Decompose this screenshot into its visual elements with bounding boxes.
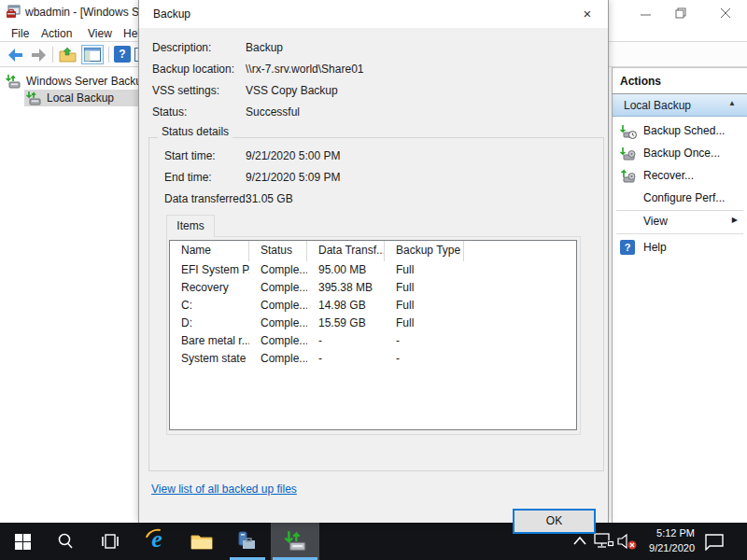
end-time-value: 9/21/2020 5:09 PM [246,171,340,184]
taskbar-server-manager[interactable] [226,523,267,560]
action-configure-performance[interactable]: Configure Perf... [613,188,747,210]
menu-file[interactable]: File [7,27,33,40]
menu-action[interactable]: Action [37,27,76,40]
column-header-backup-type[interactable]: Backup Type [385,241,464,261]
column-header-status[interactable]: Status [249,241,307,261]
cell-data: 15.59 GB [307,315,385,332]
action-label: Help [643,241,667,254]
taskbar: e [0,523,747,560]
action-recover[interactable]: Recover... [613,165,747,188]
action-help[interactable]: ? Help [613,237,747,259]
backup-dialog: Backup × Description: Backup Backup loca… [138,0,609,523]
status-details-title: Status details [158,125,233,138]
backup-once-icon [620,146,637,162]
taskbar-file-explorer[interactable] [181,523,222,560]
vss-settings-value: VSS Copy Backup [246,84,338,97]
console-tree-icon [84,48,101,62]
cell-type: Full [385,279,464,297]
help-icon[interactable]: ? [114,46,131,63]
restore-icon [675,7,686,19]
table-row[interactable]: D: Comple... 15.59 GB Full [170,315,576,332]
network-icon[interactable] [594,533,614,550]
actions-section-label: Local Backup [624,99,691,112]
internet-explorer-icon: e [136,523,177,556]
table-row[interactable]: Bare metal r... Comple... - - [170,332,576,350]
backup-schedule-icon [620,123,637,140]
data-transferred-label: Data transferred: [164,192,248,205]
dialog-title-bar[interactable]: Backup × [139,0,608,28]
cell-data: 14.98 GB [307,297,385,315]
action-view[interactable]: View ▶ [613,213,747,231]
close-icon[interactable]: × [578,5,597,23]
actions-panel: Actions Local Backup ▲ Backup Sched... B… [612,67,747,523]
close-button[interactable] [710,2,741,22]
listview-header: Name Status Data Transf... Backup Type [170,241,576,261]
actions-section-local-backup[interactable]: Local Backup ▲ [613,94,747,117]
cell-name: C: [170,297,249,315]
column-header-name[interactable]: Name [170,241,249,261]
cell-status: Comple... [249,261,307,279]
cell-data: - [307,350,385,368]
cell-type: - [385,332,464,350]
actions-title: Actions [620,75,661,88]
minimize-button[interactable] [631,2,659,22]
console-tree-toggle[interactable] [81,45,104,64]
actions-separator [616,210,743,211]
data-transferred-value: 31.05 GB [246,192,293,205]
tree-item-label: Local Backup [47,91,114,105]
file-explorer-icon [190,532,213,551]
backup-app-icon [284,530,306,553]
menu-view[interactable]: View [84,27,116,40]
column-header-data-transferred[interactable]: Data Transf... [307,241,385,261]
cell-data: 95.00 MB [307,261,385,279]
search-icon [57,533,74,550]
taskbar-windows-server-backup[interactable] [271,523,319,560]
action-label: Recover... [643,169,694,182]
view-backed-up-files-link[interactable]: View list of all backed up files [151,483,297,496]
tray-chevron-icon[interactable] [573,537,586,545]
table-row[interactable]: EFI System P... Comple... 95.00 MB Full [170,261,576,279]
start-time-value: 9/21/2020 5:00 PM [246,149,340,162]
items-listview[interactable]: Name Status Data Transf... Backup Type E… [169,240,577,430]
action-center-icon[interactable] [704,534,725,551]
tree-item-local-backup[interactable]: Local Backup [24,90,146,106]
toolbar-separator [52,47,53,63]
cell-name: System state [170,350,249,368]
actions-separator [616,233,743,234]
restore-button[interactable] [667,2,695,22]
taskbar-internet-explorer[interactable]: e [136,523,177,560]
collapse-icon[interactable]: ▲ [728,99,736,107]
end-time-label: End time: [164,171,212,184]
forward-icon[interactable] [29,46,48,64]
description-value: Backup [246,41,283,54]
cell-type: Full [385,261,464,279]
backup-location-value: \\rx-7.srv.world\Share01 [246,63,364,76]
description-label: Description: [152,41,211,54]
help-icon: ? [620,240,635,255]
cell-type: Full [385,297,464,315]
close-icon [720,7,731,19]
task-view-button[interactable] [90,523,131,560]
action-backup-schedule[interactable]: Backup Sched... [613,120,747,143]
ok-button[interactable]: OK [513,509,596,534]
table-row[interactable]: Recovery Comple... 395.38 MB Full [170,279,576,297]
action-backup-once[interactable]: Backup Once... [613,143,747,165]
start-button[interactable] [2,523,43,560]
clock[interactable]: 5:12 PM 9/21/2020 [635,525,695,555]
minimize-icon [641,7,651,18]
clock-time: 5:12 PM [635,525,695,540]
table-row[interactable]: C: Comple... 14.98 GB Full [170,297,576,315]
task-view-icon [102,534,119,549]
cell-data: - [307,332,385,350]
cell-status: Comple... [249,297,307,315]
table-row[interactable]: System state Comple... - - [170,350,576,368]
search-button[interactable] [45,523,86,560]
cell-name: D: [170,315,249,332]
back-icon[interactable] [7,46,25,64]
tab-items[interactable]: Items [166,215,215,237]
export-folder-icon[interactable] [58,46,78,64]
cell-status: Comple... [249,332,307,350]
action-label: Backup Sched... [643,124,725,137]
tree-item-windows-server-backup[interactable]: Windows Server Backup [4,73,144,90]
start-icon [15,534,31,550]
